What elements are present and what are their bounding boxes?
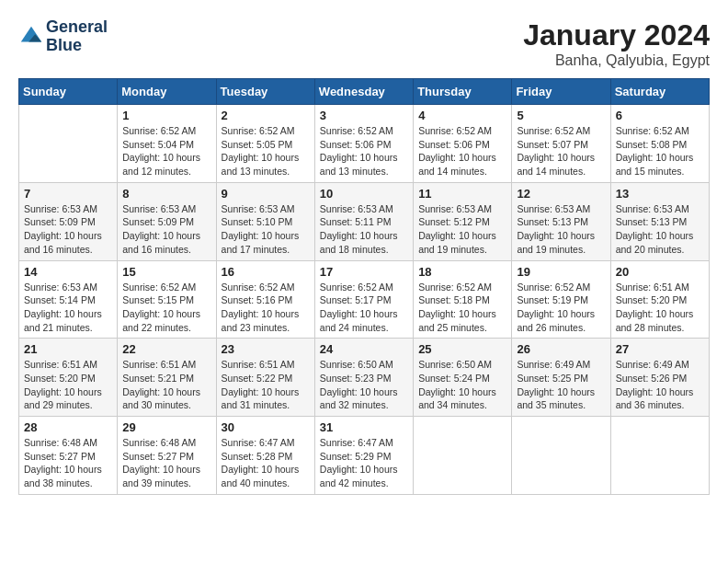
- day-number: 13: [616, 187, 704, 201]
- calendar-cell: 14Sunrise: 6:53 AMSunset: 5:14 PMDayligh…: [19, 260, 118, 339]
- calendar-cell: 31Sunrise: 6:47 AMSunset: 5:29 PMDayligh…: [314, 417, 413, 495]
- calendar-cell: 9Sunrise: 6:53 AMSunset: 5:10 PMDaylight…: [216, 182, 314, 260]
- calendar-cell: 13Sunrise: 6:53 AMSunset: 5:13 PMDayligh…: [610, 182, 709, 260]
- calendar-cell: 20Sunrise: 6:51 AMSunset: 5:20 PMDayligh…: [610, 260, 709, 339]
- day-info: Sunrise: 6:53 AMSunset: 5:13 PMDaylight:…: [616, 202, 704, 257]
- day-info: Sunrise: 6:52 AMSunset: 5:08 PMDaylight:…: [616, 124, 704, 178]
- day-info: Sunrise: 6:53 AMSunset: 5:11 PMDaylight:…: [320, 202, 408, 257]
- calendar-header-row: SundayMondayTuesdayWednesdayThursdayFrid…: [19, 79, 710, 105]
- day-number: 28: [24, 420, 112, 434]
- calendar-cell: 27Sunrise: 6:49 AMSunset: 5:26 PMDayligh…: [610, 339, 709, 417]
- column-header-sunday: Sunday: [19, 79, 118, 105]
- day-info: Sunrise: 6:51 AMSunset: 5:21 PMDaylight:…: [122, 358, 210, 412]
- calendar-cell: 21Sunrise: 6:51 AMSunset: 5:20 PMDayligh…: [19, 339, 118, 417]
- day-info: Sunrise: 6:52 AMSunset: 5:15 PMDaylight:…: [122, 281, 210, 335]
- day-info: Sunrise: 6:52 AMSunset: 5:05 PMDaylight:…: [222, 124, 310, 178]
- calendar-cell: 7Sunrise: 6:53 AMSunset: 5:09 PMDaylight…: [19, 182, 118, 260]
- week-row-1: 1Sunrise: 6:52 AMSunset: 5:04 PMDaylight…: [19, 105, 710, 183]
- day-info: Sunrise: 6:50 AMSunset: 5:24 PMDaylight:…: [418, 358, 506, 412]
- day-info: Sunrise: 6:53 AMSunset: 5:14 PMDaylight:…: [24, 281, 112, 335]
- column-header-thursday: Thursday: [414, 79, 512, 105]
- day-number: 10: [320, 187, 408, 201]
- day-number: 14: [24, 265, 112, 279]
- calendar-cell: 6Sunrise: 6:52 AMSunset: 5:08 PMDaylight…: [610, 105, 709, 183]
- day-number: 15: [122, 265, 210, 279]
- calendar-cell: 1Sunrise: 6:52 AMSunset: 5:04 PMDaylight…: [118, 105, 216, 183]
- page-subtitle: Banha, Qalyubia, Egypt: [523, 52, 710, 69]
- day-info: Sunrise: 6:49 AMSunset: 5:26 PMDaylight:…: [616, 358, 704, 412]
- calendar-cell: 24Sunrise: 6:50 AMSunset: 5:23 PMDayligh…: [314, 339, 413, 417]
- column-header-saturday: Saturday: [610, 79, 709, 105]
- week-row-2: 7Sunrise: 6:53 AMSunset: 5:09 PMDaylight…: [19, 182, 710, 260]
- logo-text: General Blue: [46, 18, 108, 55]
- logo-icon: [18, 24, 44, 50]
- day-info: Sunrise: 6:53 AMSunset: 5:12 PMDaylight:…: [418, 202, 506, 257]
- calendar-cell: 28Sunrise: 6:48 AMSunset: 5:27 PMDayligh…: [19, 417, 118, 495]
- day-number: 17: [320, 265, 408, 279]
- page-header: General Blue January 2024 Banha, Qalyubi…: [18, 18, 710, 69]
- day-number: 31: [320, 420, 408, 434]
- day-info: Sunrise: 6:52 AMSunset: 5:16 PMDaylight:…: [222, 281, 310, 335]
- calendar-cell: 29Sunrise: 6:48 AMSunset: 5:27 PMDayligh…: [118, 417, 216, 495]
- day-number: 3: [320, 109, 408, 122]
- day-number: 4: [418, 109, 506, 122]
- day-number: 27: [616, 342, 704, 356]
- calendar-cell: 30Sunrise: 6:47 AMSunset: 5:28 PMDayligh…: [216, 417, 314, 495]
- day-info: Sunrise: 6:53 AMSunset: 5:09 PMDaylight:…: [24, 202, 112, 257]
- calendar-cell: 17Sunrise: 6:52 AMSunset: 5:17 PMDayligh…: [314, 260, 413, 339]
- calendar-cell: 15Sunrise: 6:52 AMSunset: 5:15 PMDayligh…: [118, 260, 216, 339]
- day-number: 11: [418, 187, 506, 201]
- day-info: Sunrise: 6:51 AMSunset: 5:20 PMDaylight:…: [616, 281, 704, 335]
- day-info: Sunrise: 6:52 AMSunset: 5:04 PMDaylight:…: [122, 124, 210, 178]
- week-row-4: 21Sunrise: 6:51 AMSunset: 5:20 PMDayligh…: [19, 339, 710, 417]
- day-number: 20: [616, 265, 704, 279]
- calendar-cell: [414, 417, 512, 495]
- day-number: 12: [517, 187, 605, 201]
- day-number: 5: [517, 109, 605, 122]
- day-number: 25: [418, 342, 506, 356]
- calendar-cell: 19Sunrise: 6:52 AMSunset: 5:19 PMDayligh…: [512, 260, 610, 339]
- day-number: 29: [122, 420, 210, 434]
- day-info: Sunrise: 6:47 AMSunset: 5:28 PMDaylight:…: [222, 436, 310, 490]
- day-number: 8: [122, 187, 210, 201]
- calendar-cell: [610, 417, 709, 495]
- day-info: Sunrise: 6:52 AMSunset: 5:17 PMDaylight:…: [320, 281, 408, 335]
- day-info: Sunrise: 6:52 AMSunset: 5:18 PMDaylight:…: [418, 281, 506, 335]
- page-title: January 2024: [523, 18, 710, 52]
- calendar-cell: 18Sunrise: 6:52 AMSunset: 5:18 PMDayligh…: [414, 260, 512, 339]
- day-info: Sunrise: 6:48 AMSunset: 5:27 PMDaylight:…: [24, 436, 112, 490]
- calendar-cell: 12Sunrise: 6:53 AMSunset: 5:13 PMDayligh…: [512, 182, 610, 260]
- title-block: January 2024 Banha, Qalyubia, Egypt: [523, 18, 710, 69]
- day-number: 22: [122, 342, 210, 356]
- column-header-wednesday: Wednesday: [314, 79, 413, 105]
- day-number: 23: [222, 342, 310, 356]
- day-info: Sunrise: 6:48 AMSunset: 5:27 PMDaylight:…: [122, 436, 210, 490]
- day-number: 19: [517, 265, 605, 279]
- calendar-cell: 11Sunrise: 6:53 AMSunset: 5:12 PMDayligh…: [414, 182, 512, 260]
- logo: General Blue: [18, 18, 108, 55]
- day-number: 9: [222, 187, 310, 201]
- day-info: Sunrise: 6:52 AMSunset: 5:07 PMDaylight:…: [517, 124, 605, 178]
- day-number: 7: [24, 187, 112, 201]
- calendar-cell: 23Sunrise: 6:51 AMSunset: 5:22 PMDayligh…: [216, 339, 314, 417]
- calendar-cell: 2Sunrise: 6:52 AMSunset: 5:05 PMDaylight…: [216, 105, 314, 183]
- day-number: 26: [517, 342, 605, 356]
- calendar-cell: 8Sunrise: 6:53 AMSunset: 5:09 PMDaylight…: [118, 182, 216, 260]
- day-info: Sunrise: 6:51 AMSunset: 5:20 PMDaylight:…: [24, 358, 112, 412]
- calendar-cell: [512, 417, 610, 495]
- calendar-cell: 3Sunrise: 6:52 AMSunset: 5:06 PMDaylight…: [314, 105, 413, 183]
- calendar-table: SundayMondayTuesdayWednesdayThursdayFrid…: [18, 78, 710, 495]
- calendar-cell: 4Sunrise: 6:52 AMSunset: 5:06 PMDaylight…: [414, 105, 512, 183]
- day-number: 21: [24, 342, 112, 356]
- day-number: 6: [616, 109, 704, 122]
- day-info: Sunrise: 6:53 AMSunset: 5:13 PMDaylight:…: [517, 202, 605, 257]
- calendar-cell: 25Sunrise: 6:50 AMSunset: 5:24 PMDayligh…: [414, 339, 512, 417]
- column-header-monday: Monday: [118, 79, 216, 105]
- day-info: Sunrise: 6:53 AMSunset: 5:10 PMDaylight:…: [222, 202, 310, 257]
- calendar-cell: [19, 105, 118, 183]
- calendar-cell: 16Sunrise: 6:52 AMSunset: 5:16 PMDayligh…: [216, 260, 314, 339]
- day-number: 18: [418, 265, 506, 279]
- column-header-friday: Friday: [512, 79, 610, 105]
- week-row-3: 14Sunrise: 6:53 AMSunset: 5:14 PMDayligh…: [19, 260, 710, 339]
- day-number: 2: [222, 109, 310, 122]
